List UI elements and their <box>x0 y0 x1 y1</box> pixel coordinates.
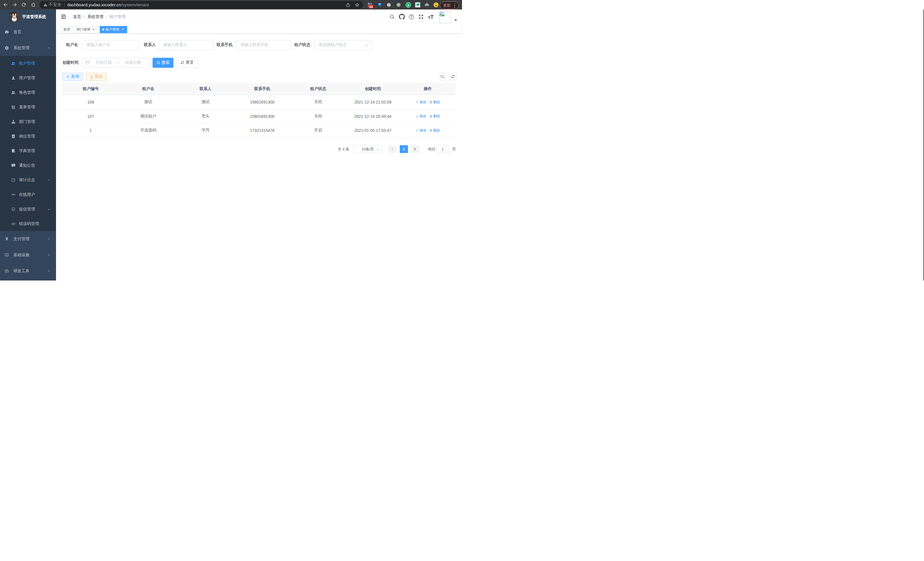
svg-text:y: y <box>407 3 409 7</box>
